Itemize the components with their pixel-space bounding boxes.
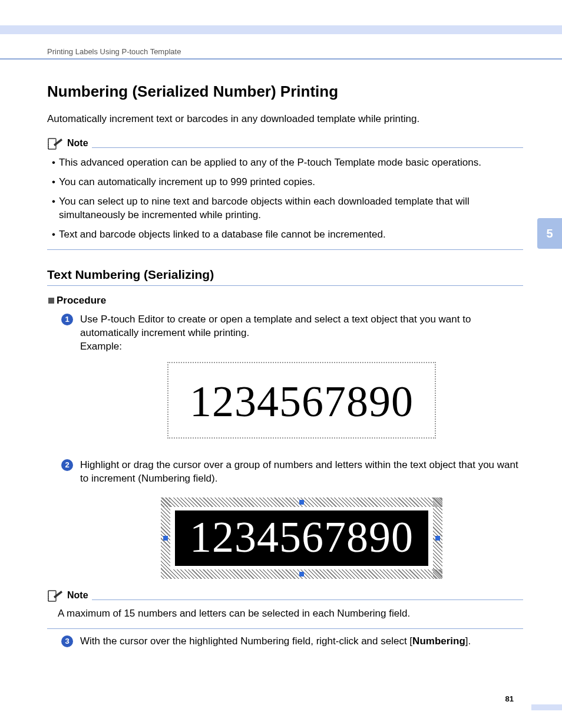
note-block-1: Note This advanced operation can be appl… [47, 137, 523, 251]
step-number-badge: 1 [61, 314, 73, 325]
page-title: Numbering (Serialized Number) Printing [47, 82, 523, 102]
step-body: With the cursor over the highlighted Num… [80, 635, 523, 648]
highlighted-field: 1234567890 [175, 510, 428, 566]
note-label: Note [67, 137, 88, 150]
step-text-bold: Numbering [412, 635, 465, 647]
note-header: Note [47, 589, 523, 602]
resize-handle-icon [299, 500, 304, 505]
note-item: You can select up to nine text and barco… [52, 195, 523, 222]
note-end-rule [47, 628, 523, 629]
note-icon [47, 589, 64, 602]
resize-handle-icon [299, 572, 304, 577]
step-number-badge: 2 [61, 459, 73, 471]
resize-handle-icon [435, 536, 440, 541]
procedure-heading: Procedure [48, 294, 523, 307]
example-label: Example: [80, 341, 122, 352]
note-block-2: Note A maximum of 15 numbers and letters… [47, 589, 523, 629]
step-body: Use P-touch Editor to create or open a t… [80, 313, 523, 450]
page-number: 81 [505, 694, 514, 704]
step-number-badge: 3 [61, 635, 73, 647]
selected-box: 1234567890 [161, 498, 442, 579]
square-bullet-icon [48, 298, 54, 304]
note-item: This advanced operation can be applied t… [52, 156, 523, 170]
step-3: 3 With the cursor over the highlighted N… [61, 635, 523, 648]
note-icon [47, 137, 64, 150]
breadcrumb: Printing Labels Using P-touch Template [47, 47, 523, 57]
step-text: Use P-touch Editor to create or open a t… [80, 314, 471, 338]
step-text-post: ]. [465, 635, 471, 647]
step-text: Highlight or drag the cursor over a grou… [80, 459, 518, 484]
step-1: 1 Use P-touch Editor to create or open a… [61, 313, 523, 450]
note-header: Note [47, 137, 523, 150]
page: 5 Printing Labels Using P-touch Template… [0, 0, 562, 728]
highlighted-value: 1234567890 [177, 515, 426, 559]
step-2: 2 Highlight or drag the cursor over a gr… [61, 459, 523, 581]
step-text-pre: With the cursor over the highlighted Num… [80, 635, 412, 647]
footer-stripe [531, 704, 562, 710]
intro-text: Automatically increment text or barcodes… [47, 113, 523, 126]
procedure-label: Procedure [57, 294, 106, 307]
example-box: 1234567890 [167, 362, 436, 439]
note-end-rule [47, 249, 523, 250]
note-label: Note [67, 589, 88, 602]
content-area: Printing Labels Using P-touch Template N… [47, 47, 523, 657]
example-value: 1234567890 [176, 380, 428, 423]
note-body: A maximum of 15 numbers and letters can … [58, 607, 523, 620]
note-list-1: This advanced operation can be applied t… [52, 156, 523, 242]
step-body: Highlight or drag the cursor over a grou… [80, 459, 523, 581]
top-band [0, 25, 562, 34]
note-rule [92, 147, 523, 148]
resize-handle-icon [163, 536, 168, 541]
section-title: Text Numbering (Serializing) [47, 266, 523, 285]
chapter-tab: 5 [537, 218, 562, 249]
note-item: You can automatically increment up to 99… [52, 176, 523, 189]
note-rule [92, 599, 523, 600]
note-item: Text and barcode objects linked to a dat… [52, 228, 523, 242]
